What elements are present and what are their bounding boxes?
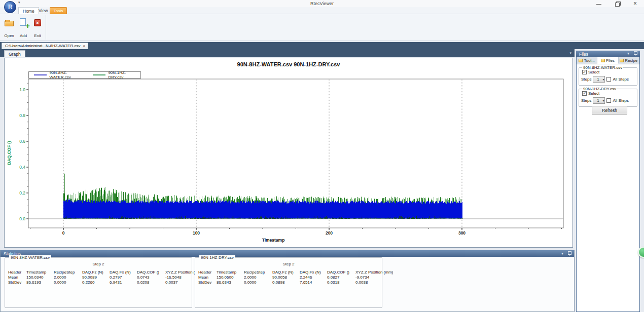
stats-group-water: 90N-8HZ-WATER.csv Step 2 HeaderTimestamp… [5, 257, 192, 308]
collapse-icon[interactable]: ▾ [561, 251, 563, 256]
quick-access-dropdown-icon[interactable]: ▾ [18, 1, 20, 5]
legend-label-dry: 90N-1HZ-DRY.csv [108, 70, 140, 80]
chart-plot[interactable]: 0.00.20.40.60.81.00100200300 [5, 58, 574, 248]
svg-text:0: 0 [62, 230, 65, 236]
tab-graph[interactable]: Graph [4, 50, 25, 57]
svg-text:0.0: 0.0 [19, 216, 25, 221]
svg-text:0.4: 0.4 [19, 165, 25, 170]
app-logo-icon[interactable] [4, 1, 16, 13]
y-axis-label: DAQ.COF () [7, 137, 12, 169]
ribbon: Open + Add × Exit [0, 14, 644, 41]
legend-line-water [34, 74, 47, 75]
steps-select[interactable]: 1 ▾ [593, 76, 605, 83]
all-steps-checkbox[interactable] [606, 77, 611, 82]
minimize-button[interactable] [595, 1, 602, 7]
pin-icon[interactable] [567, 251, 571, 256]
svg-text:1.0: 1.0 [19, 87, 25, 92]
file-group-water: 90N-8HZ-WATER.csv ✓ Select Steps 1 ▾ All… [579, 67, 637, 86]
all-steps-checkbox[interactable] [606, 98, 611, 103]
document-tab[interactable]: C:\Users\Administrat...N-8HZ-WATER.csv× [2, 43, 88, 49]
graph-panel: 90N-8HZ-WATER.csv 90N-1HZ-DRY.csv 0.00.2… [4, 58, 573, 248]
open-folder-icon [4, 18, 14, 28]
exit-button[interactable]: × Exit [30, 16, 45, 38]
strip-dropdown-icon[interactable]: ▾ [569, 51, 571, 55]
stats-group-dry: 90N-1HZ-DRY.csv Step 2 HeaderTimestampRe… [195, 257, 382, 308]
svg-text:0.8: 0.8 [19, 113, 25, 118]
contextual-group-tools: Tools [50, 7, 67, 14]
exit-icon: × [32, 18, 43, 28]
svg-text:100: 100 [193, 230, 200, 236]
title-bar: RtecViewer [0, 0, 644, 7]
svg-text:300: 300 [458, 230, 466, 236]
ribbon-tab-bar: Tools Home View Filter [0, 7, 644, 14]
svg-text:200: 200 [326, 230, 333, 236]
chevron-down-icon: ▾ [602, 99, 604, 102]
window-title: RtecViewer [0, 1, 644, 6]
statistics-panel: Statistics ▾ 90N-8HZ-WATER.csv Step 2 He… [0, 250, 575, 312]
add-file-icon: + [18, 18, 28, 28]
pin-icon[interactable] [633, 51, 637, 56]
statistics-header: Statistics ▾ [1, 250, 574, 257]
files-tab-icon [601, 59, 605, 62]
tab-tools[interactable]: Tool... [577, 57, 597, 64]
stats-table-dry: HeaderTimestampRecipeStepDAQ.Fz (N)DAQ.F… [198, 270, 398, 285]
file-group-dry: 90N-1HZ-DRY.csv ✓ Select Steps 1 ▾ All S… [579, 89, 637, 107]
stats-table-water: HeaderTimestampRecipeStepDAQ.Fz (N)DAQ.F… [8, 270, 208, 285]
graph-tab-strip: Graph ▾ [0, 49, 575, 57]
document-tab-strip: C:\Users\Administrat...N-8HZ-WATER.csv× [0, 42, 644, 49]
files-panel: Files ▾ Tool... Files Recipe 90N-8HZ-WAT… [576, 51, 640, 312]
refresh-button[interactable]: Refresh [592, 106, 627, 114]
restore-button[interactable] [614, 1, 621, 7]
close-button[interactable] [632, 1, 639, 7]
tab-files[interactable]: Files [597, 57, 618, 64]
collapse-icon[interactable]: ▾ [627, 51, 629, 56]
svg-text:0.2: 0.2 [19, 190, 25, 196]
select-checkbox[interactable]: ✓ [582, 91, 587, 96]
tab-close-icon[interactable]: × [83, 44, 85, 48]
legend-line-dry [93, 74, 105, 75]
files-header: Files ▾ [576, 51, 640, 57]
tools-tab-icon [579, 59, 583, 62]
legend-label-water: 90N-8HZ-WATER.csv [49, 70, 88, 80]
tab-recipe[interactable]: Recipe [619, 57, 639, 64]
chevron-down-icon: ▾ [602, 77, 604, 81]
files-tab-bar: Tool... Files Recipe [577, 57, 639, 64]
steps-select[interactable]: 1 ▾ [593, 97, 605, 104]
chart-legend: 90N-8HZ-WATER.csv 90N-1HZ-DRY.csv [28, 71, 141, 79]
x-axis-label: Timestamp [5, 238, 542, 243]
ribbon-separator [46, 15, 46, 40]
select-checkbox[interactable]: ✓ [582, 70, 587, 74]
svg-text:0.6: 0.6 [19, 139, 25, 144]
recipe-tab-icon [620, 59, 624, 62]
